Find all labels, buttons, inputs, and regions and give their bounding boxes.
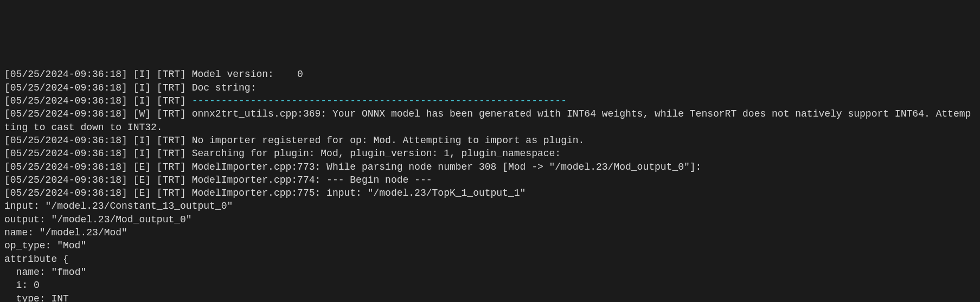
log-line: name: "fmod" — [4, 266, 976, 279]
log-line: [05/25/2024-09:36:18] [I] [TRT] Searchin… — [4, 147, 976, 160]
log-line: type: INT — [4, 292, 976, 302]
log-line: attribute { — [4, 253, 976, 266]
log-line: [05/25/2024-09:36:18] [I] [TRT] No impor… — [4, 134, 976, 147]
log-line: name: "/model.23/Mod" — [4, 226, 976, 239]
log-line: [05/25/2024-09:36:18] [E] [TRT] ModelImp… — [4, 187, 976, 200]
log-line: [05/25/2024-09:36:18] [E] [TRT] ModelImp… — [4, 174, 976, 187]
log-line: output: "/model.23/Mod_output_0" — [4, 213, 976, 226]
log-line: [05/25/2024-09:36:18] [I] [TRT] --------… — [4, 94, 976, 107]
log-line: [05/25/2024-09:36:18] [E] [TRT] ModelImp… — [4, 160, 976, 174]
log-line: [05/25/2024-09:36:18] [W] [TRT] onnx2trt… — [4, 107, 976, 134]
log-line: op_type: "Mod" — [4, 239, 976, 252]
log-line: i: 0 — [4, 279, 976, 292]
log-line: [05/25/2024-09:36:18] [I] [TRT] Doc stri… — [4, 81, 976, 94]
log-line: [05/25/2024-09:36:18] [I] [TRT] Model ve… — [4, 68, 976, 81]
terminal-output[interactable]: [05/25/2024-09:36:18] [I] [TRT] Model ve… — [0, 66, 980, 302]
log-line: input: "/model.23/Constant_13_output_0" — [4, 200, 976, 213]
